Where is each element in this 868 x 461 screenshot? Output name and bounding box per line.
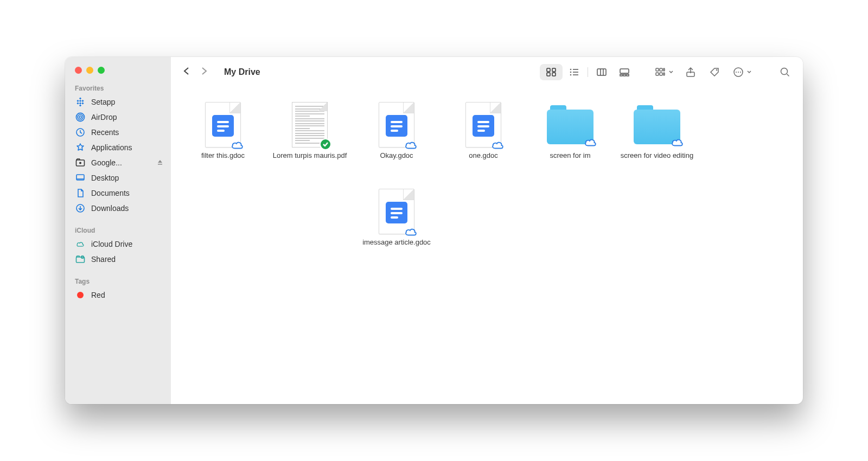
svg-rect-26 [620, 69, 629, 73]
sidebar-item-label: Downloads [91, 204, 129, 213]
more-actions-button[interactable] [731, 65, 752, 79]
cloud-icon [75, 239, 86, 249]
gdoc-thumbnail [205, 102, 241, 148]
sidebar-section-favorites: Favorites [65, 81, 171, 94]
view-columns-button[interactable] [590, 64, 613, 80]
svg-rect-21 [552, 73, 556, 76]
desktop-icon [75, 173, 86, 183]
toolbar: My Drive [171, 57, 803, 87]
svg-rect-4 [76, 102, 79, 104]
svg-rect-34 [660, 73, 662, 75]
file-label: one.gdoc [469, 151, 498, 161]
downloads-icon [75, 203, 86, 213]
sidebar-item-setapp[interactable]: Setapp [65, 94, 171, 110]
view-list-button[interactable] [563, 64, 585, 80]
tags-button[interactable] [707, 65, 722, 79]
sidebar-item-label: Desktop [91, 174, 119, 182]
sidebar-item-label: Setapp [91, 98, 115, 106]
file-item[interactable]: screen for im [527, 99, 614, 186]
svg-rect-2 [81, 100, 84, 102]
cloud-badge-icon [584, 137, 598, 148]
synced-badge-icon [320, 138, 331, 150]
close-window-button[interactable] [75, 67, 82, 74]
minimize-window-button[interactable] [86, 67, 93, 74]
file-item[interactable]: Okay.gdoc [353, 99, 440, 186]
view-icons-button[interactable] [540, 64, 563, 80]
sidebar-item-label: Applications [91, 143, 132, 152]
svg-point-41 [740, 72, 741, 73]
sidebar-item-applications[interactable]: Applications [65, 140, 171, 155]
file-item[interactable]: Lorem turpis mauris.pdf [266, 99, 353, 186]
sidebar-item-icloud-drive[interactable]: iCloud Drive [65, 236, 171, 252]
cloud-badge-icon [404, 139, 418, 150]
zoom-window-button[interactable] [98, 67, 105, 74]
file-label: Lorem turpis mauris.pdf [273, 151, 347, 161]
folder-thumbnail [547, 105, 593, 144]
svg-rect-5 [81, 102, 84, 104]
file-item[interactable]: screen for video editing [614, 99, 700, 186]
sidebar: Favorites Setapp [65, 57, 171, 404]
applications-icon [75, 143, 86, 152]
file-grid[interactable]: filter this.gdocLorem turpis mauris.pdfO… [171, 87, 803, 404]
group-by-button[interactable] [653, 65, 674, 79]
sidebar-item-google[interactable]: Google... [65, 155, 171, 170]
airdrop-icon [75, 112, 86, 122]
nav-arrows [178, 66, 212, 78]
svg-point-40 [738, 72, 739, 73]
clock-icon [75, 127, 86, 137]
svg-rect-7 [79, 104, 81, 106]
svg-point-22 [570, 68, 572, 70]
cloud-badge-icon [671, 137, 685, 148]
back-button[interactable] [182, 66, 192, 78]
finder-window: Favorites Setapp [65, 57, 803, 404]
svg-point-42 [781, 68, 788, 74]
svg-point-23 [570, 71, 572, 73]
sidebar-item-label: AirDrop [91, 113, 117, 121]
sidebar-item-downloads[interactable]: Downloads [65, 201, 171, 216]
svg-rect-6 [79, 102, 81, 104]
sidebar-item-desktop[interactable]: Desktop [65, 170, 171, 185]
file-item[interactable]: imessage article.gdoc [353, 186, 440, 273]
svg-rect-20 [547, 73, 550, 76]
toolbar-actions [653, 65, 752, 79]
svg-rect-31 [660, 68, 662, 71]
gdoc-thumbnail [465, 102, 501, 148]
svg-rect-35 [663, 73, 665, 75]
sidebar-item-airdrop[interactable]: AirDrop [65, 110, 171, 125]
sidebar-item-tag-red[interactable]: Red [65, 287, 171, 303]
sidebar-item-recents[interactable]: Recents [65, 125, 171, 140]
svg-rect-3 [79, 100, 81, 102]
eject-icon[interactable] [157, 159, 163, 167]
sidebar-section-tags: Tags [65, 274, 171, 287]
file-item[interactable]: filter this.gdoc [180, 99, 266, 186]
gdoc-thumbnail [379, 102, 414, 148]
svg-rect-27 [620, 74, 622, 76]
file-item[interactable]: one.gdoc [440, 99, 527, 186]
cloud-badge-icon [231, 139, 245, 150]
view-mode-group [540, 64, 636, 80]
chevron-down-icon [668, 67, 674, 77]
sidebar-section-icloud: iCloud [65, 223, 171, 236]
file-label: Okay.gdoc [380, 151, 413, 161]
svg-rect-32 [663, 68, 665, 71]
sidebar-item-label: Google... [91, 158, 122, 167]
window-controls [65, 67, 171, 81]
chevron-down-icon [746, 67, 752, 77]
cloud-badge-icon [491, 139, 505, 150]
view-gallery-button[interactable] [613, 64, 636, 80]
toolbar-separator [588, 67, 588, 77]
share-button[interactable] [684, 65, 698, 79]
svg-point-39 [736, 72, 737, 73]
search-button[interactable] [778, 65, 792, 79]
svg-point-24 [570, 74, 572, 75]
sidebar-item-label: iCloud Drive [91, 240, 132, 248]
svg-rect-28 [623, 74, 626, 76]
document-icon [75, 188, 86, 198]
forward-button[interactable] [199, 66, 209, 78]
svg-rect-19 [552, 68, 556, 72]
sidebar-item-label: Documents [91, 189, 130, 197]
sidebar-item-documents[interactable]: Documents [65, 185, 171, 201]
svg-point-37 [716, 69, 718, 71]
sidebar-item-label: Red [91, 291, 105, 299]
sidebar-item-shared[interactable]: Shared [65, 252, 171, 267]
